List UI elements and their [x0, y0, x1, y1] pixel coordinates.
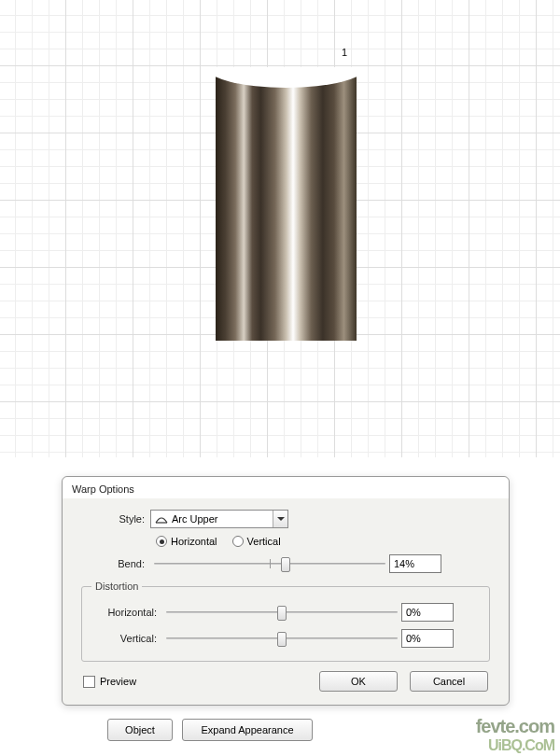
distortion-horizontal-value[interactable]: 0%: [401, 603, 454, 622]
radio-circle-icon: [232, 536, 244, 547]
bend-label: Bend:: [79, 558, 150, 569]
distortion-horizontal-slider[interactable]: [166, 604, 398, 621]
distortion-legend: Distortion: [91, 581, 142, 592]
dialog-title: Warp Options: [63, 477, 509, 498]
distortion-vertical-value[interactable]: 0%: [401, 629, 454, 648]
radio-circle-icon: [156, 536, 167, 547]
orientation-vertical-label: Vertical: [247, 536, 281, 547]
style-value: Arc Upper: [172, 513, 218, 525]
cancel-button[interactable]: Cancel: [410, 671, 488, 692]
canvas-caption: 1: [342, 47, 347, 58]
style-label: Style:: [79, 513, 150, 525]
arc-upper-icon: [155, 513, 168, 525]
checkbox-icon: [83, 676, 95, 688]
cylinder-gradient: [216, 67, 357, 341]
distortion-vertical-slider[interactable]: [166, 630, 398, 647]
style-dropdown[interactable]: Arc Upper: [150, 510, 288, 528]
distortion-horizontal-label: Horizontal:: [91, 607, 162, 618]
watermark-line1: fevte.com: [476, 716, 554, 737]
chevron-down-icon[interactable]: [273, 511, 287, 527]
orientation-horizontal-radio[interactable]: Horizontal: [156, 536, 217, 547]
canvas-grid: 1: [0, 0, 560, 457]
dialog-area: Warp Options Style: Arc Upper: [0, 457, 560, 756]
orientation-horizontal-label: Horizontal: [171, 536, 217, 547]
orientation-vertical-radio[interactable]: Vertical: [232, 536, 281, 547]
expand-appearance-button[interactable]: Expand Appearance: [182, 719, 313, 741]
cylinder-artwork[interactable]: [216, 67, 357, 341]
warp-options-dialog: Warp Options Style: Arc Upper: [62, 476, 510, 706]
distortion-vertical-label: Vertical:: [91, 633, 162, 644]
preview-checkbox[interactable]: Preview: [83, 676, 136, 688]
distortion-group: Distortion Horizontal: 0% Vertical:: [81, 581, 490, 662]
bend-slider[interactable]: [154, 555, 385, 572]
ok-button[interactable]: OK: [319, 671, 398, 692]
bend-value-input[interactable]: 14%: [389, 554, 441, 573]
object-button[interactable]: Object: [107, 719, 173, 741]
preview-label: Preview: [100, 676, 136, 687]
watermark-line2: UiBQ.CoM: [488, 737, 554, 754]
